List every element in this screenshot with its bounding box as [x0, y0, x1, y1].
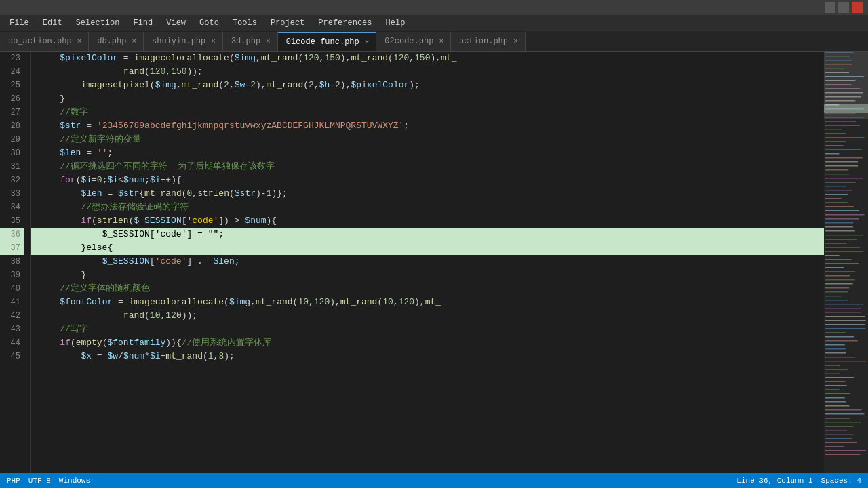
title-bar — [0, 0, 868, 15]
maximize-button[interactable] — [838, 2, 849, 13]
title-controls[interactable] — [825, 2, 863, 13]
line-number-29: 29 — [0, 133, 24, 146]
line-number-28: 28 — [0, 119, 24, 133]
status-bar: PHP UTF-8 Windows Line 36, Column 1 Spac… — [0, 473, 868, 488]
code-line-27: //数字 — [31, 106, 824, 119]
code-line-29: //定义新字符的变量 — [31, 133, 824, 146]
code-line-40: //定义字体的随机颜色 — [31, 282, 824, 296]
indentation: Spaces: 4 — [821, 476, 861, 485]
code-line-36: $_SESSION['code'] = ""; — [31, 228, 824, 241]
tab-action[interactable]: action.php× — [451, 32, 526, 51]
code-line-45: $x = $w/$num*$i+mt_rand(1,8); — [31, 350, 824, 363]
menu-item-file[interactable]: File — [3, 17, 36, 29]
tab-close-02code[interactable]: × — [437, 37, 445, 46]
code-line-26: } — [31, 92, 824, 106]
line-number-37: 37 — [0, 241, 24, 255]
tab-label: action.php — [459, 37, 508, 46]
tab-close-01code_func[interactable]: × — [363, 37, 371, 47]
code-line-41: $fontColor = imagecolorallocate($img,mt_… — [31, 296, 824, 309]
line-number-25: 25 — [0, 79, 24, 92]
line-number-40: 40 — [0, 282, 24, 296]
code-line-42: rand(10,120)); — [31, 309, 824, 323]
line-numbers: 2324252627282930313233343536373839404142… — [0, 52, 31, 473]
tab-label: do_action.php — [8, 37, 72, 46]
tab-3d[interactable]: 3d.php× — [223, 32, 278, 51]
menu-item-edit[interactable]: Edit — [36, 17, 69, 29]
encoding: UTF-8 — [28, 476, 51, 485]
menu-item-tools[interactable]: Tools — [226, 17, 264, 29]
menu-item-help[interactable]: Help — [379, 17, 412, 29]
close-button[interactable] — [852, 2, 863, 13]
cursor-position: Line 36, Column 1 — [736, 476, 812, 485]
tab-02code[interactable]: 02code.php× — [376, 32, 451, 51]
tab-close-shuiyin[interactable]: × — [210, 37, 217, 46]
line-number-35: 35 — [0, 214, 24, 228]
menu-bar: FileEditSelectionFindViewGotoToolsProjec… — [0, 15, 868, 31]
line-number-34: 34 — [0, 201, 24, 214]
line-number-27: 27 — [0, 106, 24, 119]
line-number-33: 33 — [0, 187, 24, 201]
line-number-24: 24 — [0, 65, 24, 79]
status-right: Line 36, Column 1 Spaces: 4 — [736, 476, 861, 485]
line-number-45: 45 — [0, 350, 24, 363]
minimize-button[interactable] — [825, 2, 835, 13]
line-number-31: 31 — [0, 160, 24, 174]
line-number-41: 41 — [0, 296, 24, 309]
tab-label: 01code_func.php — [286, 37, 359, 47]
tab-close-action[interactable]: × — [512, 37, 519, 46]
code-line-44: if(empty($fontfamily)){//使用系统内置字体库 — [31, 336, 824, 350]
tab-shuiyin[interactable]: shuiyin.php× — [144, 32, 223, 51]
line-endings: Windows — [59, 476, 90, 485]
tab-label: 3d.php — [231, 37, 260, 46]
line-number-23: 23 — [0, 52, 24, 65]
menu-item-view[interactable]: View — [159, 17, 193, 29]
file-type: PHP — [7, 476, 20, 485]
menu-item-preferences[interactable]: Preferences — [311, 17, 378, 29]
line-number-39: 39 — [0, 268, 24, 282]
minimap — [824, 52, 868, 473]
line-number-32: 32 — [0, 174, 24, 187]
tab-close-do_action[interactable]: × — [76, 37, 83, 46]
line-number-36: 36 — [0, 228, 24, 241]
line-number-43: 43 — [0, 323, 24, 336]
code-line-43: //写字 — [31, 323, 824, 336]
tab-label: db.php — [97, 37, 126, 46]
tab-label: shuiyin.php — [152, 37, 205, 46]
tab-bar: do_action.php×db.php×shuiyin.php×3d.php×… — [0, 31, 868, 52]
line-number-26: 26 — [0, 92, 24, 106]
code-line-28: $str = '23456789abcdefghijkmnpqrstuvwxyz… — [31, 119, 824, 133]
tab-01code_func[interactable]: 01code_func.php× — [278, 32, 377, 51]
menu-item-find[interactable]: Find — [126, 17, 159, 29]
line-number-38: 38 — [0, 255, 24, 268]
status-left: PHP UTF-8 Windows — [7, 476, 90, 485]
tab-close-db[interactable]: × — [130, 37, 138, 46]
code-line-35: if(strlen($_SESSION['code']) > $num){ — [31, 214, 824, 228]
line-number-42: 42 — [0, 309, 24, 323]
menu-item-project[interactable]: Project — [264, 17, 311, 29]
tab-label: 02code.php — [384, 37, 433, 46]
tab-do_action[interactable]: do_action.php× — [0, 32, 89, 51]
code-line-34: //想办法存储验证码的字符 — [31, 201, 824, 214]
code-line-25: imagesetpixel($img,mt_rand(2,$w-2),mt_ra… — [31, 79, 824, 92]
code-line-33: $len = $str{mt_rand(0,strlen($str)-1)}; — [31, 187, 824, 201]
line-number-30: 30 — [0, 146, 24, 160]
code-line-31: //循环挑选四个不同的字符 为了后期单独保存该数字 — [31, 160, 824, 174]
tab-db[interactable]: db.php× — [89, 32, 144, 51]
line-number-44: 44 — [0, 336, 24, 350]
editor-container: 2324252627282930313233343536373839404142… — [0, 52, 868, 473]
code-line-30: $len = ''; — [31, 146, 824, 160]
code-line-23: $pixelColor = imagecolorallocate($img,mt… — [31, 52, 824, 65]
code-line-24: rand(120,150)); — [31, 65, 824, 79]
tab-close-3d[interactable]: × — [264, 37, 272, 46]
code-line-37: }else{ — [31, 241, 824, 255]
code-line-38: $_SESSION['code'] .= $len; — [31, 255, 824, 268]
code-line-32: for($i=0;$i<$num;$i++){ — [31, 174, 824, 187]
code-line-39: } — [31, 268, 824, 282]
code-area[interactable]: $pixelColor = imagecolorallocate($img,mt… — [31, 52, 824, 473]
menu-item-selection[interactable]: Selection — [69, 17, 127, 29]
menu-item-goto[interactable]: Goto — [193, 17, 226, 29]
